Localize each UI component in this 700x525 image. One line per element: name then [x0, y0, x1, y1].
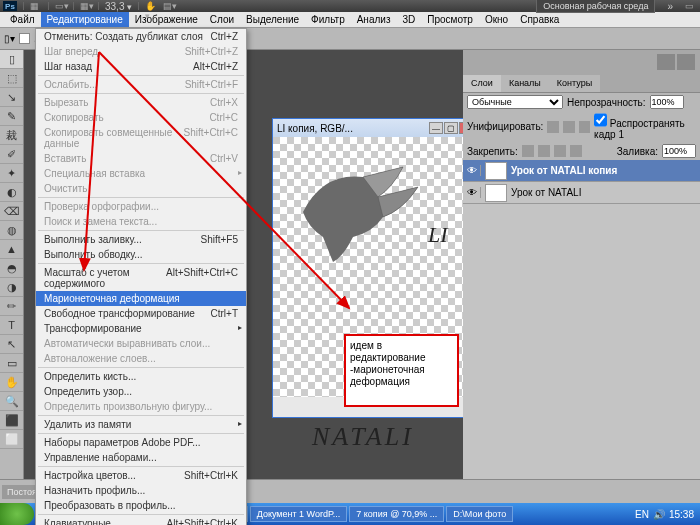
menu-окно[interactable]: Окно [479, 12, 514, 27]
menu-item[interactable]: Свободное трансформированиеCtrl+T [36, 306, 246, 321]
menu-item[interactable]: Определить узор... [36, 384, 246, 399]
tool-3[interactable]: ✎ [0, 107, 23, 126]
opacity-input[interactable] [650, 95, 684, 109]
tool-16[interactable]: ▭ [0, 354, 23, 373]
menu-item[interactable]: Клавиатурные сокращения...Alt+Shift+Ctrl… [36, 516, 246, 525]
start-button[interactable] [0, 503, 34, 525]
visibility-icon[interactable]: 👁 [463, 187, 481, 198]
tool-13[interactable]: ✏ [0, 297, 23, 316]
menu-item[interactable]: Назначить профиль... [36, 483, 246, 498]
tool-20[interactable]: ⬜ [0, 430, 23, 449]
menu-item[interactable]: Настройка цветов...Shift+Ctrl+K [36, 468, 246, 483]
hand-icon[interactable]: ✋▾ [145, 1, 157, 11]
menu-item: ВставитьCtrl+V [36, 151, 246, 166]
unify-icon[interactable] [563, 121, 575, 133]
propagate-checkbox[interactable] [594, 113, 607, 127]
bridge-icon[interactable]: ▦ [30, 1, 42, 11]
tool-18[interactable]: 🔍 [0, 392, 23, 411]
menu-фильтр[interactable]: Фильтр [305, 12, 351, 27]
panel-tab[interactable]: Каналы [501, 75, 549, 92]
menu-редактирование[interactable]: Редактирование [41, 12, 129, 27]
menu-item: Определить произвольную фигуру... [36, 399, 246, 414]
lock-icon[interactable] [570, 145, 582, 157]
tool-preset-icon[interactable]: ▯▾ [4, 33, 15, 44]
tool-2[interactable]: ↘ [0, 88, 23, 107]
checkbox[interactable] [19, 33, 30, 44]
menu-item[interactable]: Выполнить обводку... [36, 247, 246, 262]
menu-анализ[interactable]: Анализ [351, 12, 397, 27]
tool-5[interactable]: ✐ [0, 145, 23, 164]
tool-4[interactable]: 裁 [0, 126, 23, 145]
menu-item[interactable]: Преобразовать в профиль... [36, 498, 246, 513]
blend-mode-select[interactable]: Обычные [467, 95, 563, 109]
tool-8[interactable]: ⌫ [0, 202, 23, 221]
taskbar-item[interactable]: Документ 1 WordP... [250, 506, 348, 522]
taskbar-item[interactable]: D:\Мои фото [446, 506, 513, 522]
layer-row[interactable]: 👁Урок от NATALI [463, 182, 700, 204]
tool-12[interactable]: ◑ [0, 278, 23, 297]
menu-изображение[interactable]: Изображение [129, 12, 204, 27]
clock[interactable]: 15:38 [669, 509, 694, 520]
menu-просмотр[interactable]: Просмотр [421, 12, 479, 27]
panel-icon[interactable] [657, 54, 675, 70]
panel-tab[interactable]: Слои [463, 75, 501, 92]
menu-item[interactable]: Шаг назадAlt+Ctrl+Z [36, 59, 246, 74]
app-titlebar: Ps ▦ ▭▾ ▦▾ 33,3 ▾ ✋▾ ▤▾ Основная рабочая… [0, 0, 700, 12]
lang-indicator[interactable]: EN [635, 509, 649, 520]
menu-item[interactable]: Наборы параметров Adobe PDF... [36, 435, 246, 450]
menu-item[interactable]: Определить кисть... [36, 369, 246, 384]
menu-item: Поиск и замена текста... [36, 214, 246, 229]
menu-item[interactable]: Выполнить заливку...Shift+F5 [36, 232, 246, 247]
unify-icon[interactable] [579, 121, 591, 133]
menu-item[interactable]: Отменить: Создать дубликат слояCtrl+Z [36, 29, 246, 44]
lock-icon[interactable] [522, 145, 534, 157]
maximize-icon[interactable]: ▢ [444, 122, 458, 134]
search-icon[interactable]: ▭ [685, 1, 697, 11]
chevron-right-icon[interactable]: » [661, 1, 679, 12]
menu-item: ВырезатьCtrl+X [36, 95, 246, 110]
close-icon[interactable]: ✕ [459, 122, 463, 134]
menu-справка[interactable]: Справка [514, 12, 565, 27]
tool-1[interactable]: ⬚ [0, 69, 23, 88]
fill-input[interactable] [662, 144, 696, 158]
taskbar-item[interactable]: 7 копия @ 70,9% ... [349, 506, 444, 522]
menu-item[interactable]: Управление наборами... [36, 450, 246, 465]
menu-item[interactable]: Марионеточная деформация [36, 291, 246, 306]
minimize-icon[interactable]: — [429, 122, 443, 134]
unify-icon[interactable] [547, 121, 559, 133]
tool-14[interactable]: T [0, 316, 23, 335]
lock-icon[interactable] [554, 145, 566, 157]
menu-item[interactable]: Трансформирование [36, 321, 246, 336]
menu-выделение[interactable]: Выделение [240, 12, 305, 27]
doc-icon[interactable]: ▤▾ [163, 1, 175, 11]
tool-19[interactable]: ⬛ [0, 411, 23, 430]
panel-icon[interactable] [677, 54, 695, 70]
menu-файл[interactable]: Файл [4, 12, 41, 27]
layout-icon[interactable]: ▭▾ [55, 1, 67, 11]
tool-7[interactable]: ◐ [0, 183, 23, 202]
layer-row[interactable]: 👁Урок от NATALI копия [463, 160, 700, 182]
system-tray: EN 🔊 15:38 [629, 509, 700, 520]
text-natali: NATALI [312, 422, 414, 452]
text-li: LI [428, 222, 448, 248]
tool-11[interactable]: ◓ [0, 259, 23, 278]
zoom-level[interactable]: 33,3 ▾ [105, 1, 132, 12]
panel-tab[interactable]: Контуры [549, 75, 600, 92]
document-titlebar[interactable]: LI копия, RGB/... — ▢ ✕ [273, 119, 463, 137]
menu-item[interactable]: Масштаб с учетом содержимогоAlt+Shift+Ct… [36, 265, 246, 291]
tool-9[interactable]: ◍ [0, 221, 23, 240]
tool-6[interactable]: ✦ [0, 164, 23, 183]
visibility-icon[interactable]: 👁 [463, 165, 481, 176]
extras-icon[interactable]: ▦▾ [80, 1, 92, 11]
menu-3d[interactable]: 3D [396, 12, 421, 27]
menu-item[interactable]: Удалить из памяти [36, 417, 246, 432]
menu-слои[interactable]: Слои [204, 12, 240, 27]
tray-icon[interactable]: 🔊 [653, 509, 665, 520]
tool-15[interactable]: ↖ [0, 335, 23, 354]
tool-0[interactable]: ▯ [0, 50, 23, 69]
tool-10[interactable]: ▲ [0, 240, 23, 259]
layers-list: 👁Урок от NATALI копия👁Урок от NATALI [463, 160, 700, 204]
lock-icon[interactable] [538, 145, 550, 157]
tool-17[interactable]: ✋ [0, 373, 23, 392]
panel-tabs: СлоиКаналыКонтуры [463, 75, 700, 93]
